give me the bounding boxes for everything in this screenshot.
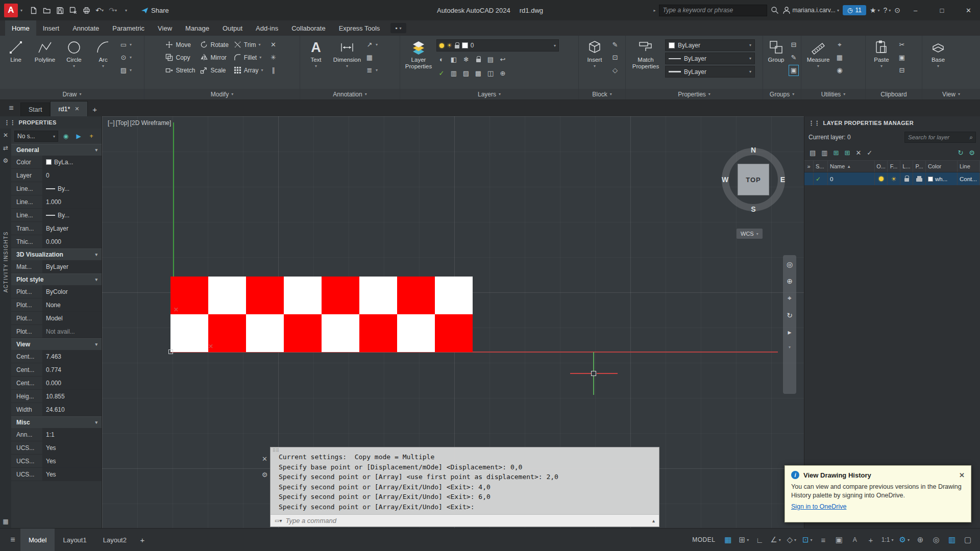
layer-plot-icon[interactable] bbox=[916, 178, 922, 182]
property-value[interactable]: 0.000 bbox=[43, 377, 102, 389]
layer-states-icon[interactable]: ▥ bbox=[449, 67, 459, 79]
panel-label-block[interactable]: Block▾ bbox=[579, 89, 625, 99]
polyline-button[interactable]: Polyline bbox=[31, 38, 59, 63]
plot-button[interactable] bbox=[80, 4, 92, 16]
expand-filter-icon[interactable]: » bbox=[804, 161, 814, 172]
property-value[interactable]: None bbox=[43, 298, 102, 311]
command-history-toggle-icon[interactable]: ▴ bbox=[652, 518, 655, 523]
chevron-down-icon[interactable]: ▾ bbox=[130, 42, 132, 47]
orbit-icon[interactable]: ↻ bbox=[787, 311, 793, 319]
property-value[interactable]: Yes bbox=[43, 441, 102, 454]
activity-insights-tab[interactable]: ACTIVITY INSIGHTS bbox=[3, 231, 9, 292]
layer-match-icon[interactable]: ▤ bbox=[485, 54, 496, 65]
selection-dropdown[interactable]: No s... ▾ bbox=[14, 131, 58, 142]
panel-label-modify[interactable]: Modify▾ bbox=[144, 89, 300, 99]
panel-label-layers[interactable]: Layers▾ bbox=[400, 89, 578, 99]
panel-label-view[interactable]: View▾ bbox=[922, 89, 980, 99]
snap-mode-icon[interactable]: ⊞▾ bbox=[737, 532, 751, 547]
trophy-button[interactable]: ★▾ bbox=[870, 6, 880, 14]
compass-east[interactable]: E bbox=[780, 176, 785, 184]
annotation-monitor-icon[interactable]: ⊕ bbox=[913, 532, 927, 547]
color-dropdown[interactable]: ByLayer ▾ bbox=[665, 39, 755, 51]
property-value[interactable]: ByLayer bbox=[43, 260, 102, 273]
wcs-dropdown[interactable]: WCS ▾ bbox=[737, 229, 763, 239]
workspace-switching-icon[interactable]: ⚙▾ bbox=[897, 532, 912, 547]
panel-label-groups[interactable]: Groups▾ bbox=[763, 89, 801, 99]
compass-north[interactable]: N bbox=[751, 146, 756, 154]
tab-view[interactable]: View bbox=[151, 20, 179, 36]
rectangle-red[interactable] bbox=[322, 277, 359, 314]
navigation-wheel-icon[interactable]: ◎ bbox=[787, 260, 793, 268]
palette-display-icon[interactable]: ▦ bbox=[3, 518, 8, 525]
chevron-right-icon[interactable]: ▸ bbox=[653, 8, 655, 13]
panel-label-clipboard[interactable]: Clipboard bbox=[866, 89, 922, 99]
copy-button[interactable]: Copy bbox=[164, 51, 197, 64]
column-name[interactable]: Name▲ bbox=[828, 161, 875, 172]
layer-fade-icon[interactable]: ◫ bbox=[485, 67, 496, 79]
viewcube-top-face[interactable]: TOP bbox=[738, 164, 769, 195]
tab-layout1[interactable]: Layout1 bbox=[55, 529, 94, 551]
close-tab-icon[interactable]: ✕ bbox=[75, 106, 79, 112]
property-value[interactable]: By... bbox=[43, 182, 102, 195]
rectangle-white[interactable] bbox=[284, 277, 322, 314]
new-file-button[interactable] bbox=[27, 4, 39, 16]
fillet-button[interactable]: Fillet▾ bbox=[232, 51, 265, 64]
tab-document-rd1[interactable]: rd1* ✕ bbox=[50, 101, 87, 116]
circle-button[interactable]: Circle ▾ bbox=[60, 38, 88, 69]
text-style-icon[interactable]: ≣ bbox=[364, 65, 375, 76]
paste-button[interactable]: Paste ▾ bbox=[868, 38, 895, 69]
connect-status-icon[interactable]: ⊙ bbox=[894, 6, 900, 14]
column-lock[interactable]: L... bbox=[900, 161, 913, 172]
property-value[interactable]: 0 bbox=[43, 169, 102, 182]
new-tab-button[interactable]: + bbox=[88, 103, 102, 116]
new-layout-button[interactable]: + bbox=[135, 529, 150, 551]
rectangle-white[interactable] bbox=[435, 277, 473, 314]
refresh-icon[interactable]: ↻ bbox=[958, 149, 963, 157]
layer-dropdown[interactable]: ☀ 0 ▾ bbox=[436, 39, 559, 52]
close-palette-icon[interactable]: ✕ bbox=[3, 132, 8, 139]
copy-base-icon[interactable]: ⊟ bbox=[897, 65, 907, 76]
rectangle-red[interactable] bbox=[397, 277, 435, 314]
array-button[interactable]: Array▾ bbox=[232, 64, 265, 77]
rotate-button[interactable]: Rotate bbox=[199, 38, 230, 51]
layer-freeze-icon[interactable]: ❄ bbox=[461, 54, 471, 65]
navbar-more-icon[interactable]: ▾ bbox=[789, 345, 791, 349]
layer-walk-icon[interactable]: ▨ bbox=[461, 67, 471, 79]
property-value[interactable]: 10.855 bbox=[43, 390, 102, 403]
rectangle-white[interactable] bbox=[170, 314, 208, 352]
zoom-icon[interactable]: ⌖ bbox=[788, 294, 792, 303]
maximize-button[interactable]: □ bbox=[930, 0, 953, 20]
palette-menu-icon[interactable]: ⚙ bbox=[3, 157, 9, 164]
user-account-button[interactable]: mariana.i.carv... ▾ bbox=[782, 6, 839, 14]
graphics-performance-icon[interactable]: ▥ bbox=[945, 532, 959, 547]
column-freeze[interactable]: F... bbox=[888, 161, 900, 172]
tab-model[interactable]: Model bbox=[20, 529, 55, 551]
dimension-button[interactable]: Dimension ▾ bbox=[331, 38, 363, 69]
group-edit-icon[interactable]: ✎ bbox=[789, 52, 799, 63]
section-header-general[interactable]: General▾ bbox=[11, 144, 102, 156]
layer-name[interactable]: 0 bbox=[830, 176, 833, 182]
measure-button[interactable]: Measure ▾ bbox=[803, 38, 833, 69]
property-value[interactable]: Yes bbox=[43, 455, 102, 467]
grid-icon[interactable]: ▦ bbox=[721, 532, 735, 547]
help-button[interactable]: ?▾ bbox=[883, 6, 891, 14]
group-selection-icon[interactable]: ▣ bbox=[789, 65, 799, 76]
drag-handle-icon[interactable]: ⋮⋮ bbox=[4, 119, 16, 126]
ortho-icon[interactable]: ∟ bbox=[752, 532, 767, 547]
text-button[interactable]: A Text ▾ bbox=[302, 38, 330, 69]
arc-button[interactable]: Arc ▾ bbox=[89, 38, 117, 69]
property-value[interactable]: ByColor bbox=[43, 285, 102, 298]
property-value[interactable]: 1.000 bbox=[43, 195, 102, 208]
chevron-down-icon[interactable]: ▾ bbox=[376, 68, 378, 72]
rectangle-icon[interactable]: ▭ bbox=[118, 39, 129, 51]
new-property-filter-icon[interactable]: ▤ bbox=[810, 149, 816, 157]
layer-merge-icon[interactable]: ⊕ bbox=[498, 67, 508, 79]
open-file-button[interactable] bbox=[40, 4, 53, 16]
property-value[interactable]: 0.774 bbox=[43, 363, 102, 376]
panel-label-draw[interactable]: Draw▾ bbox=[0, 89, 144, 99]
quick-select-button[interactable]: ◉ bbox=[61, 131, 71, 141]
layer-search-input[interactable] bbox=[904, 132, 976, 143]
drag-grip-icon[interactable]: ⠿⠿ bbox=[273, 448, 279, 453]
rectangle-red[interactable] bbox=[246, 277, 284, 314]
rectangle-white[interactable] bbox=[322, 314, 359, 352]
